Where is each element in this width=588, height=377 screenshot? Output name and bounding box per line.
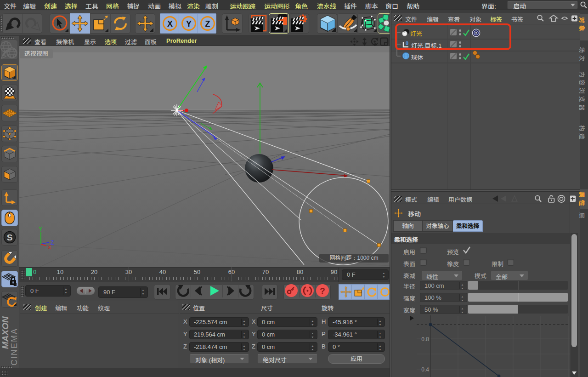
svg-text:0.8: 0.8 [421, 336, 429, 343]
svg-text:Y: Y [186, 19, 192, 29]
svg-text:Z: Z [205, 19, 210, 29]
svg-text:S: S [7, 233, 13, 242]
svg-text:0.4: 0.4 [421, 366, 429, 373]
svg-text:X: X [167, 19, 173, 29]
svg-text:Y: Y [39, 226, 42, 232]
svg-text:X: X [48, 245, 51, 250]
